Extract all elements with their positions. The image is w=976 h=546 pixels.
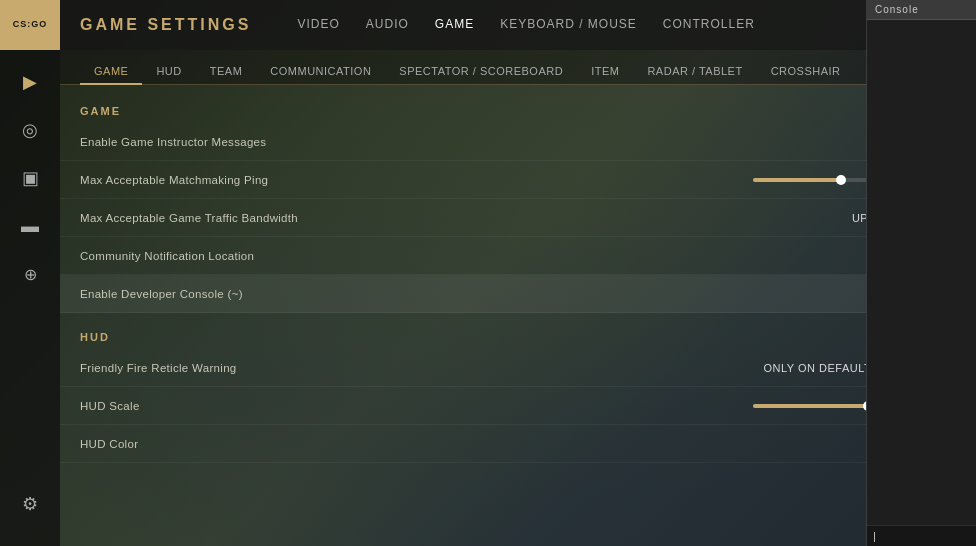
sidebar-item-tv[interactable]: ▬ — [5, 204, 55, 248]
sidebar-item-inventory[interactable]: ▣ — [5, 156, 55, 200]
console-input[interactable] — [876, 530, 970, 542]
play-icon: ▶ — [23, 71, 37, 93]
sidebar-nav: ▶ ◎ ▣ ▬ ⊕ ⚙ — [0, 50, 60, 296]
sidebar-item-play[interactable]: ▶ — [5, 60, 55, 104]
hud-color-label: HUD Color — [80, 438, 876, 450]
bandwidth-label: Max Acceptable Game Traffic Bandwidth — [80, 212, 852, 224]
logo-text: CS:GO — [13, 20, 48, 30]
sub-tab-team[interactable]: Team — [196, 59, 257, 85]
nav-tabs: Video Audio Game Keyboard / Mouse Contro… — [285, 13, 893, 37]
sub-tab-communication[interactable]: Communication — [256, 59, 385, 85]
nav-tab-keyboard[interactable]: Keyboard / Mouse — [488, 13, 649, 37]
main-area: GAME SETTINGS Video Audio Game Keyboard … — [60, 0, 976, 546]
setting-matchmaking-ping: Max Acceptable Matchmaking Ping 150 — [60, 161, 976, 199]
ping-slider-thumb[interactable] — [836, 175, 846, 185]
sub-tab-spectator[interactable]: Spectator / Scoreboard — [385, 59, 577, 85]
sidebar: CS:GO ▶ ◎ ▣ ▬ ⊕ ⚙ — [0, 0, 60, 546]
page-title: GAME SETTINGS — [80, 16, 251, 34]
setting-developer-console: Enable Developer Console (~) YES ▾ Yes N… — [60, 275, 976, 313]
app-logo[interactable]: CS:GO — [0, 0, 60, 50]
setting-notification-location: Community Notification Location TOP RIGH… — [60, 237, 976, 275]
section-header-game: Game — [60, 95, 976, 123]
setting-friendly-fire: Friendly Fire Reticle Warning ONLY ON DE… — [60, 349, 976, 387]
matchmaking-ping-label: Max Acceptable Matchmaking Ping — [80, 174, 753, 186]
sidebar-item-settings[interactable]: ⚙ — [5, 482, 55, 526]
sub-tab-hud[interactable]: Hud — [142, 59, 195, 85]
tv-icon: ▬ — [21, 216, 39, 237]
sidebar-item-trophy[interactable]: ⊕ — [5, 252, 55, 296]
console-header: Console — [867, 0, 976, 20]
nav-tab-audio[interactable]: Audio — [354, 13, 421, 37]
inventory-icon: ▣ — [22, 167, 39, 189]
instructor-messages-label: Enable Game Instructor Messages — [80, 136, 921, 148]
setting-hud-scale: HUD Scale 0.90 — [60, 387, 976, 425]
console-input-area: | — [867, 525, 976, 546]
sub-navigation: Game Hud Team Communication Spectator / … — [60, 50, 976, 85]
nav-tab-game[interactable]: Game — [423, 13, 486, 37]
ping-slider-fill — [753, 178, 841, 182]
trophy-icon: ⊕ — [24, 265, 37, 284]
notification-location-label: Community Notification Location — [80, 250, 881, 262]
broadcast-icon: ◎ — [22, 119, 38, 141]
developer-console-label: Enable Developer Console (~) — [80, 288, 921, 300]
settings-icon: ⚙ — [22, 493, 38, 515]
nav-tab-controller[interactable]: Controller — [651, 13, 767, 37]
top-navigation: GAME SETTINGS Video Audio Game Keyboard … — [60, 0, 976, 50]
setting-hud-color: HUD Color LIGHT BLUE ▾ — [60, 425, 976, 463]
sidebar-item-broadcast[interactable]: ◎ — [5, 108, 55, 152]
sub-tab-radar[interactable]: Radar / Tablet — [633, 59, 756, 85]
console-panel: Console | — [866, 0, 976, 546]
settings-content: Game Enable Game Instructor Messages YES… — [60, 85, 976, 546]
setting-instructor-messages: Enable Game Instructor Messages YES ▾ — [60, 123, 976, 161]
sub-tab-game[interactable]: Game — [80, 59, 142, 85]
sub-tab-crosshair[interactable]: Crosshair — [757, 59, 855, 85]
setting-bandwidth: Max Acceptable Game Traffic Bandwidth UP… — [60, 199, 976, 237]
sub-tab-item[interactable]: Item — [577, 59, 633, 85]
section-header-hud: Hud — [60, 321, 976, 349]
friendly-fire-label: Friendly Fire Reticle Warning — [80, 362, 763, 374]
hud-scale-slider-fill — [753, 404, 868, 408]
console-title: Console — [875, 4, 919, 15]
nav-tab-video[interactable]: Video — [285, 13, 351, 37]
hud-scale-label: HUD Scale — [80, 400, 753, 412]
console-body — [867, 20, 976, 525]
